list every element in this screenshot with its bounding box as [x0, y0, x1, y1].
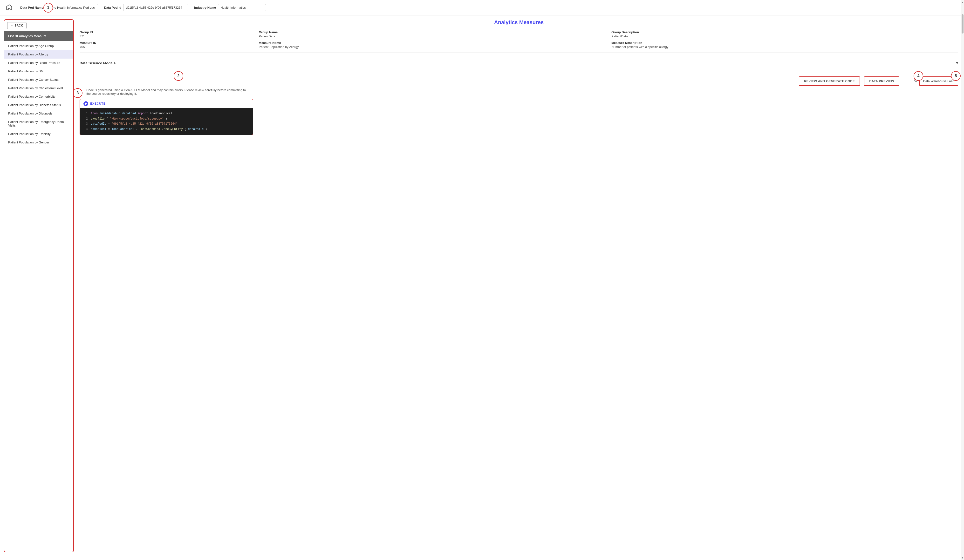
step-4-circle: 4 [914, 71, 923, 81]
sidebar-item-comorbidity[interactable]: Patient Population by Comorbidity [4, 93, 73, 101]
page-scrollbar[interactable]: ▲ ▼ [961, 0, 964, 556]
industry-name-field: Industry Name [194, 4, 266, 11]
code-line-2: 2 execfile ( '/Workspace/LucidJobs/setup… [84, 117, 249, 122]
top-header: Data Pod Name Data Pod Id Industry Name [0, 0, 964, 15]
code-header: EXECUTE [80, 99, 253, 108]
warning-text: Code is generated using a Gen AI LLM Mod… [86, 88, 250, 96]
sidebar-item-age-group[interactable]: Patient Population by Age Group [4, 42, 73, 50]
scroll-down-arrow[interactable]: ▼ [961, 555, 964, 556]
execute-label[interactable]: EXECUTE [90, 102, 106, 106]
sidebar-item-diagnosis[interactable]: Patient Population by Diagnosis [4, 109, 73, 118]
scrollbar-thumb[interactable] [962, 14, 964, 34]
scroll-up-arrow[interactable]: ▲ [961, 0, 964, 5]
review-generate-button[interactable]: REVIEW AND GENERATE CODE [799, 76, 860, 86]
data-science-title: Data Science Models [80, 61, 116, 65]
data-preview-button[interactable]: DATA PREVIEW [864, 76, 899, 86]
sidebar-item-blood-pressure[interactable]: Patient Population by Blood Pressure [4, 58, 73, 67]
measure-name-label: Measure Name [259, 41, 606, 45]
group-desc-cell: Group Description PatientData [611, 30, 958, 38]
data-pod-id-input[interactable] [123, 4, 188, 11]
chevron-down-icon: ▾ [956, 60, 958, 66]
measure-id-cell: Measure ID 705 [80, 41, 253, 49]
sidebar-item-gender[interactable]: Patient Population by Gender [4, 138, 73, 146]
step-3-circle: 3 [74, 88, 83, 98]
group-id-cell: Group ID 371 [80, 30, 253, 38]
industry-name-label: Industry Name [194, 6, 216, 10]
sidebar-list: Patient Population by Age Group Patient … [4, 41, 73, 552]
data-pod-id-field: Data Pod Id [104, 4, 188, 11]
group-id-value: 371 [80, 34, 253, 38]
home-icon[interactable] [6, 4, 13, 11]
measure-desc-cell: Measure Description Number of patients w… [611, 41, 958, 49]
group-name-cell: Group Name PatientData [259, 30, 606, 38]
sidebar-item-cholesterol[interactable]: Patient Population by Cholesterol Level [4, 84, 73, 93]
info-grid: Group ID 371 Group Name PatientData Grou… [80, 30, 958, 53]
measure-desc-label: Measure Description [611, 41, 958, 45]
code-body: 1 from luciddatahub.dataLoad import load… [80, 108, 253, 135]
step-5-circle: 5 [951, 71, 961, 81]
code-line-4: 4 canonical = loadCanonical . LoadCanoni… [84, 127, 249, 132]
sidebar-item-ethnicity[interactable]: Patient Population by Ethnicity [4, 130, 73, 138]
group-desc-label: Group Description [611, 30, 958, 34]
sidebar-item-er-visits[interactable]: Patient Population by Emergency Room Vis… [4, 118, 73, 130]
sidebar-item-cancer-status[interactable]: Patient Population by Cancer Status [4, 75, 73, 84]
sidebar-item-diabetes[interactable]: Patient Population by Diabetes Status [4, 101, 73, 109]
step-2-circle: 2 [174, 71, 183, 81]
code-line-3: 3 dataPodId = 'd91f5fd2-4a35-422c-9f06-a… [84, 122, 249, 127]
group-desc-value: PatientData [611, 34, 958, 38]
right-content: Analytics Measures Group ID 371 Group Na… [74, 15, 964, 556]
data-pod-id-label: Data Pod Id [104, 6, 121, 10]
back-button[interactable]: ← BACK [7, 22, 26, 29]
code-line-1: 1 from luciddatahub.dataLoad import load… [84, 111, 249, 117]
sidebar-item-allergy[interactable]: Patient Population by Allergy [4, 50, 73, 58]
action-area: REVIEW AND GENERATE CODE DATA PREVIEW ⚙ … [80, 76, 958, 86]
measure-id-label: Measure ID [80, 41, 253, 45]
measure-desc-value: Number of patients with a specific aller… [611, 45, 958, 49]
industry-name-input[interactable] [218, 4, 266, 11]
sidebar-header: List Of Analytics Measure [4, 31, 73, 41]
data-science-section[interactable]: Data Science Models ▾ [80, 57, 958, 69]
left-sidebar: ← BACK List Of Analytics Measure Patient… [4, 19, 74, 552]
group-name-value: PatientData [259, 34, 606, 38]
analytics-title: Analytics Measures [80, 19, 958, 26]
sidebar-item-bmi[interactable]: Patient Population by BMI [4, 67, 73, 75]
data-pod-name-label: Data Pod Name [20, 6, 43, 10]
measure-name-value: Patient Population by Allergy [259, 45, 606, 49]
group-id-label: Group ID [80, 30, 253, 34]
main-layout: ← BACK List Of Analytics Measure Patient… [0, 15, 964, 556]
measure-name-cell: Measure Name Patient Population by Aller… [259, 41, 606, 49]
step-1-circle: 1 [43, 3, 53, 13]
buttons-row: REVIEW AND GENERATE CODE DATA PREVIEW [799, 76, 900, 86]
data-pod-name-field: Data Pod Name [20, 4, 98, 11]
measure-id-value: 705 [80, 45, 253, 49]
group-name-label: Group Name [259, 30, 606, 34]
execute-play-icon[interactable] [83, 101, 88, 106]
data-pod-name-input[interactable] [45, 4, 98, 11]
code-block: EXECUTE 1 from luciddatahub.dataLoad imp… [80, 99, 253, 135]
